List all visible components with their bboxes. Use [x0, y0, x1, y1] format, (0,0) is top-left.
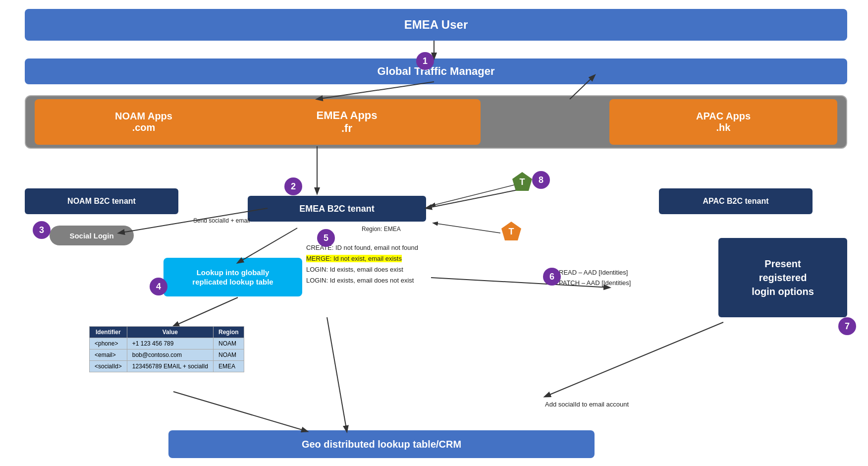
svg-line-7: [173, 392, 307, 431]
circle-3: 3: [33, 221, 51, 239]
lookup-box: Lookup into globallyreplicated lookup ta…: [163, 258, 302, 296]
login1-label: LOGIN: Id exists, email does exist: [306, 266, 403, 273]
svg-line-6: [173, 297, 238, 326]
svg-text:T: T: [509, 227, 514, 236]
social-login-box: Social Login: [50, 226, 134, 245]
diagram: EMEA User Global Traffic Manager 1 NOAM …: [0, 0, 868, 466]
send-social-label: Send socialId + email: [193, 217, 250, 224]
login2-label: LOGIN: Id exists, email does not exist: [306, 277, 414, 284]
table-row: <socialId> 123456789 EMAIL + socialId EM…: [90, 361, 244, 372]
merge-label: MERGE: Id not exist, email exists: [306, 255, 402, 262]
global-traffic-box: Global Traffic Manager: [25, 58, 847, 84]
pentagon-green: T: [511, 171, 533, 193]
circle-7: 7: [838, 317, 856, 335]
region-emea-label: Region: EMEA: [362, 226, 401, 233]
apac-apps-box: APAC Apps.hk: [609, 99, 837, 145]
read-aad-label: READ – AAD [Identities]PATCH – AAD [Iden…: [559, 268, 631, 289]
geo-distributed-box: Geo distributed lookup table/CRM: [168, 430, 595, 458]
circle-2: 2: [284, 177, 302, 195]
circle-6: 6: [543, 268, 561, 286]
emea-user-box: EMEA User: [25, 9, 847, 41]
emea-apps-box: EMEA Apps.fr: [213, 99, 481, 145]
circle-1: 1: [416, 52, 434, 70]
add-social-label: Add socialId to email account: [545, 401, 629, 408]
present-login-box: Presentregisteredlogin options: [718, 238, 847, 317]
svg-text:T: T: [520, 177, 525, 187]
lookup-table: Identifier Value Region <phone> +1 123 4…: [89, 326, 244, 372]
circle-8: 8: [532, 171, 550, 189]
svg-line-12: [431, 183, 520, 206]
circle-5: 5: [317, 229, 335, 247]
svg-line-13: [434, 223, 500, 233]
table-row: <phone> +1 123 456 789 NOAM: [90, 338, 244, 350]
table-row: <email> bob@contoso.com NOAM: [90, 350, 244, 361]
svg-line-9: [426, 188, 525, 208]
emea-b2c-box: EMEA B2C tenant: [248, 196, 426, 222]
svg-line-8: [327, 317, 347, 431]
noam-b2c-box: NOAM B2C tenant: [25, 188, 178, 214]
pentagon-orange: T: [500, 221, 522, 242]
svg-line-11: [545, 322, 723, 397]
apac-b2c-box: APAC B2C tenant: [659, 188, 813, 214]
circle-4: 4: [150, 278, 167, 295]
